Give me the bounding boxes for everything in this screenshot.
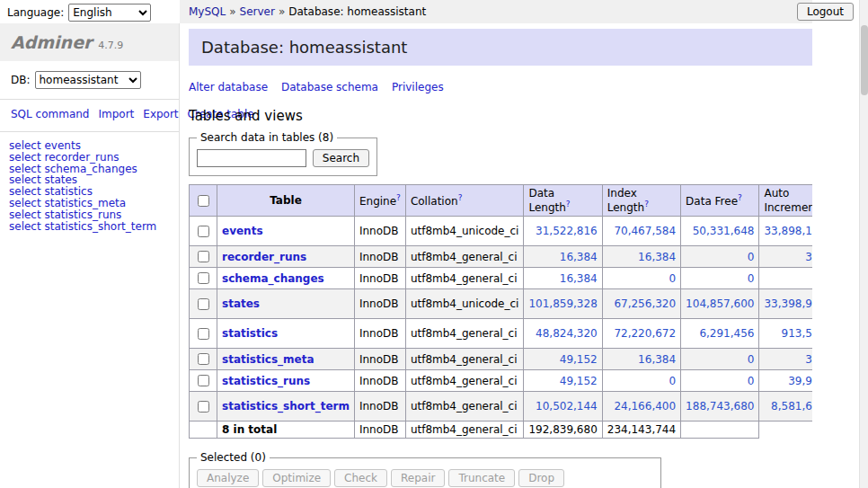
engine-cell: InnoDB bbox=[354, 289, 405, 319]
selected-actions: AnalyzeOptimizeCheckRepairTruncateDrop bbox=[197, 469, 653, 487]
statistics-runs-index-length-link[interactable]: 0 bbox=[669, 375, 676, 387]
data-free-cell: 0 bbox=[681, 268, 759, 289]
adminer-logo: Adminer 4.7.9 bbox=[0, 23, 179, 61]
data-free-cell: 0 bbox=[681, 370, 759, 392]
events-auto-increment-link[interactable]: 33,898,196 bbox=[764, 225, 812, 237]
recorder-runs-data-length-link[interactable]: 16,384 bbox=[560, 251, 598, 263]
adminer-logo-text[interactable]: Adminer bbox=[11, 32, 92, 52]
table-name-cell: statistics bbox=[217, 319, 355, 349]
help-link[interactable]: ? bbox=[396, 193, 401, 202]
states-data-length-link[interactable]: 101,859,328 bbox=[528, 297, 597, 310]
row-checkbox-states[interactable] bbox=[198, 298, 209, 310]
select-all-checkbox[interactable] bbox=[198, 195, 209, 207]
sidebar-link-sql-command[interactable]: SQL command bbox=[11, 108, 89, 120]
table-link-statistics-short-term[interactable]: statistics_short_term bbox=[222, 400, 350, 413]
db-link-privileges[interactable]: Privileges bbox=[392, 81, 444, 93]
events-data-length-link[interactable]: 31,522,816 bbox=[536, 225, 598, 237]
row-checkbox-statistics-runs[interactable] bbox=[198, 375, 209, 386]
help-link[interactable]: ? bbox=[644, 200, 649, 209]
db-select[interactable]: homeassistant bbox=[35, 71, 141, 89]
language-select[interactable]: English bbox=[68, 4, 151, 22]
recorder-runs-data-free-link[interactable]: 0 bbox=[748, 251, 755, 263]
help-link[interactable]: ? bbox=[738, 193, 742, 202]
language-area: Language: English bbox=[7, 4, 151, 22]
top-bar: Language: English MySQL»Server»Database:… bbox=[0, 0, 868, 23]
states-index-length-link[interactable]: 67,256,320 bbox=[614, 297, 676, 310]
sidebar-link-import[interactable]: Import bbox=[98, 108, 134, 120]
total-empty-cell bbox=[190, 421, 217, 439]
engine-cell: InnoDB bbox=[354, 349, 405, 370]
statistics-runs-data-length-link[interactable]: 49,152 bbox=[560, 375, 598, 387]
db-link-database-schema[interactable]: Database schema bbox=[281, 81, 378, 93]
events-data-free-link[interactable]: 50,331,648 bbox=[693, 225, 755, 237]
statistics-runs-auto-increment-link[interactable]: 39,999 bbox=[788, 375, 812, 387]
row-checkbox-cell bbox=[190, 392, 217, 421]
statistics-short-term-index-length-link[interactable]: 24,166,400 bbox=[614, 400, 676, 413]
help-link[interactable]: ? bbox=[566, 200, 571, 209]
schema-changes-data-free-link[interactable]: 0 bbox=[748, 272, 755, 285]
statistics-data-length-link[interactable]: 48,824,320 bbox=[536, 327, 598, 340]
vertical-scrollbar[interactable] bbox=[859, 0, 868, 488]
table-link-schema-changes[interactable]: schema_changes bbox=[222, 272, 324, 285]
events-index-length-link[interactable]: 70,467,584 bbox=[614, 225, 676, 237]
sidebar-link-export[interactable]: Export bbox=[143, 108, 178, 120]
collation-cell: utf8mb4_unicode_ci bbox=[405, 289, 524, 319]
statistics-short-term-data-free-link[interactable]: 188,743,680 bbox=[686, 400, 754, 413]
statistics-auto-increment-link[interactable]: 913,577 bbox=[782, 327, 812, 340]
states-auto-increment-link[interactable]: 33,398,984 bbox=[764, 297, 812, 310]
sidebar-select-statistics-meta[interactable]: select statistics_meta bbox=[9, 198, 170, 209]
selected-legend: Selected (0) bbox=[197, 451, 270, 464]
table-row-recorder-runs: recorder_runsInnoDButf8mb4_general_ci16,… bbox=[190, 246, 813, 268]
row-checkbox-statistics[interactable] bbox=[198, 328, 209, 340]
table-link-statistics-meta[interactable]: statistics_meta bbox=[222, 353, 314, 366]
states-data-free-link[interactable]: 104,857,600 bbox=[686, 297, 754, 310]
scrollbar-thumb[interactable] bbox=[861, 25, 868, 95]
row-checkbox-recorder-runs[interactable] bbox=[198, 251, 209, 262]
statistics-meta-data-free-link[interactable]: 0 bbox=[748, 353, 755, 366]
table-link-statistics[interactable]: statistics bbox=[222, 327, 278, 340]
table-link-states[interactable]: states bbox=[222, 297, 260, 310]
statistics-meta-index-length-link[interactable]: 16,384 bbox=[638, 353, 676, 366]
statistics-runs-data-free-link[interactable]: 0 bbox=[748, 375, 755, 387]
total-data-length-cell: 192,839,680 bbox=[524, 421, 602, 439]
collation-cell: utf8mb4_unicode_ci bbox=[405, 217, 524, 246]
table-link-events[interactable]: events bbox=[222, 225, 263, 237]
recorder-runs-index-length-link[interactable]: 16,384 bbox=[638, 251, 676, 263]
sidebar-select-statistics-short-term[interactable]: select statistics_short_term bbox=[9, 221, 170, 233]
row-checkbox-statistics-meta[interactable] bbox=[198, 353, 209, 365]
table-link-recorder-runs[interactable]: recorder_runs bbox=[222, 251, 306, 263]
schema-changes-data-length-link[interactable]: 16,384 bbox=[560, 272, 598, 285]
sidebar-select-events[interactable]: select events bbox=[9, 140, 170, 152]
statistics-meta-auto-increment-link[interactable]: 325 bbox=[805, 353, 812, 366]
collation-cell: utf8mb4_general_ci bbox=[405, 370, 524, 392]
sidebar-select-recorder-runs[interactable]: select recorder_runs bbox=[9, 152, 170, 164]
row-checkbox-statistics-short-term[interactable] bbox=[198, 401, 209, 413]
table-name-cell: statistics_runs bbox=[217, 370, 355, 392]
column-header-label: Table bbox=[270, 194, 302, 207]
row-checkbox-events[interactable] bbox=[198, 226, 209, 237]
row-checkbox-schema-changes[interactable] bbox=[198, 272, 209, 284]
total-label-cell: 8 in total bbox=[217, 421, 355, 439]
breadcrumb-mysql[interactable]: MySQL bbox=[189, 5, 226, 18]
statistics-short-term-auto-increment-link[interactable]: 8,581,645 bbox=[771, 400, 812, 413]
table-link-statistics-runs[interactable]: statistics_runs bbox=[222, 375, 310, 387]
search-button[interactable]: Search bbox=[313, 149, 369, 167]
statistics-index-length-link[interactable]: 72,220,672 bbox=[614, 327, 676, 340]
index-length-cell: 0 bbox=[602, 370, 680, 392]
recorder-runs-auto-increment-link[interactable]: 378 bbox=[805, 251, 812, 263]
breadcrumb-server[interactable]: Server bbox=[240, 5, 275, 18]
search-input[interactable] bbox=[197, 149, 306, 167]
engine-cell: InnoDB bbox=[354, 319, 405, 349]
help-link[interactable]: ? bbox=[458, 193, 463, 202]
statistics-short-term-data-length-link[interactable]: 10,502,144 bbox=[536, 400, 598, 413]
index-length-cell: 0 bbox=[602, 268, 680, 289]
logout-button[interactable]: Logout bbox=[797, 3, 854, 21]
statistics-meta-data-length-link[interactable]: 49,152 bbox=[560, 353, 598, 366]
schema-changes-index-length-link[interactable]: 0 bbox=[669, 272, 676, 285]
statistics-data-free-link[interactable]: 6,291,456 bbox=[699, 327, 754, 340]
auto-increment-cell: 325 bbox=[759, 349, 812, 370]
database-nav-links: Alter databaseDatabase schemaPrivileges bbox=[189, 81, 812, 93]
db-link-alter-database[interactable]: Alter database bbox=[189, 81, 268, 93]
sidebar-select-statistics-runs[interactable]: select statistics_runs bbox=[9, 209, 170, 221]
column-header-label: Engine bbox=[359, 195, 396, 208]
